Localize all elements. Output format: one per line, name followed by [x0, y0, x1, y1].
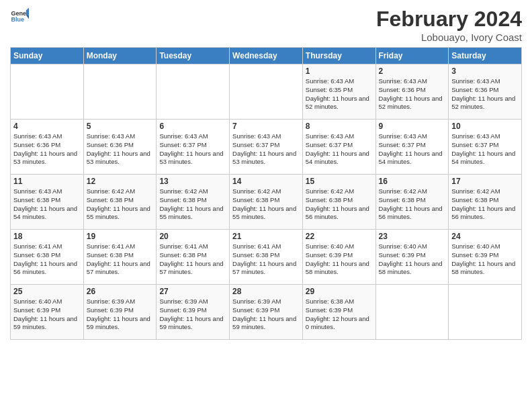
header: General Blue February 2024 Lobouayo, Ivo… [10, 7, 522, 43]
day-number: 6 [159, 122, 226, 131]
day-info: Sunrise: 6:39 AM Sunset: 6:39 PM Dayligh… [159, 298, 226, 332]
table-row: 14Sunrise: 6:42 AM Sunset: 6:38 PM Dayli… [230, 175, 303, 230]
day-number: 26 [87, 287, 154, 296]
week-row-2: 11Sunrise: 6:43 AM Sunset: 6:38 PM Dayli… [11, 175, 522, 230]
day-info: Sunrise: 6:43 AM Sunset: 6:36 PM Dayligh… [379, 77, 446, 111]
day-number: 21 [232, 232, 300, 241]
table-row [375, 285, 449, 340]
day-info: Sunrise: 6:43 AM Sunset: 6:37 PM Dayligh… [232, 132, 300, 167]
day-number: 14 [232, 177, 300, 186]
table-row: 29Sunrise: 6:38 AM Sunset: 6:39 PM Dayli… [302, 285, 375, 340]
day-info: Sunrise: 6:40 AM Sunset: 6:39 PM Dayligh… [379, 242, 446, 277]
day-number: 1 [306, 66, 373, 76]
table-row: 24Sunrise: 6:40 AM Sunset: 6:39 PM Dayli… [449, 230, 522, 285]
day-number: 5 [87, 122, 154, 131]
table-row [449, 285, 522, 340]
day-number: 8 [306, 122, 373, 131]
day-info: Sunrise: 6:39 AM Sunset: 6:39 PM Dayligh… [87, 298, 154, 332]
header-tuesday: Tuesday [157, 48, 230, 64]
svg-marker-2 [26, 7, 29, 15]
table-row: 4Sunrise: 6:43 AM Sunset: 6:36 PM Daylig… [11, 120, 84, 175]
day-number: 3 [451, 66, 519, 76]
table-row: 9Sunrise: 6:43 AM Sunset: 6:37 PM Daylig… [375, 120, 449, 175]
day-info: Sunrise: 6:43 AM Sunset: 6:37 PM Dayligh… [451, 132, 519, 167]
day-number: 13 [159, 177, 226, 186]
table-row [230, 64, 303, 120]
day-info: Sunrise: 6:43 AM Sunset: 6:36 PM Dayligh… [13, 132, 81, 167]
table-row: 6Sunrise: 6:43 AM Sunset: 6:37 PM Daylig… [157, 120, 230, 175]
table-row: 13Sunrise: 6:42 AM Sunset: 6:38 PM Dayli… [157, 175, 230, 230]
table-row: 7Sunrise: 6:43 AM Sunset: 6:37 PM Daylig… [230, 120, 303, 175]
day-number: 4 [13, 122, 81, 131]
table-row: 26Sunrise: 6:39 AM Sunset: 6:39 PM Dayli… [83, 285, 157, 340]
day-info: Sunrise: 6:38 AM Sunset: 6:39 PM Dayligh… [306, 298, 373, 332]
table-row: 8Sunrise: 6:43 AM Sunset: 6:37 PM Daylig… [302, 120, 375, 175]
table-row: 23Sunrise: 6:40 AM Sunset: 6:39 PM Dayli… [375, 230, 449, 285]
day-info: Sunrise: 6:40 AM Sunset: 6:39 PM Dayligh… [451, 242, 519, 277]
day-number: 9 [379, 122, 446, 131]
day-number: 24 [451, 232, 519, 241]
week-row-3: 18Sunrise: 6:41 AM Sunset: 6:38 PM Dayli… [11, 230, 522, 285]
day-info: Sunrise: 6:42 AM Sunset: 6:38 PM Dayligh… [306, 187, 373, 222]
day-info: Sunrise: 6:41 AM Sunset: 6:38 PM Dayligh… [159, 242, 226, 277]
day-number: 29 [306, 287, 373, 296]
day-info: Sunrise: 6:40 AM Sunset: 6:39 PM Dayligh… [13, 298, 81, 332]
calendar-subtitle: Lobouayo, Ivory Coast [376, 32, 522, 43]
header-monday: Monday [83, 48, 157, 64]
table-row: 16Sunrise: 6:42 AM Sunset: 6:38 PM Dayli… [375, 175, 449, 230]
table-row: 3Sunrise: 6:43 AM Sunset: 6:36 PM Daylig… [449, 64, 522, 120]
day-info: Sunrise: 6:43 AM Sunset: 6:35 PM Dayligh… [306, 77, 373, 111]
day-info: Sunrise: 6:43 AM Sunset: 6:37 PM Dayligh… [379, 132, 446, 167]
day-info: Sunrise: 6:39 AM Sunset: 6:39 PM Dayligh… [232, 298, 300, 332]
week-row-4: 25Sunrise: 6:40 AM Sunset: 6:39 PM Dayli… [11, 285, 522, 340]
header-wednesday: Wednesday [230, 48, 303, 64]
day-info: Sunrise: 6:42 AM Sunset: 6:38 PM Dayligh… [379, 187, 446, 222]
day-info: Sunrise: 6:42 AM Sunset: 6:38 PM Dayligh… [232, 187, 300, 222]
table-row [11, 64, 84, 120]
day-number: 12 [87, 177, 154, 186]
day-info: Sunrise: 6:40 AM Sunset: 6:39 PM Dayligh… [306, 242, 373, 277]
table-row: 27Sunrise: 6:39 AM Sunset: 6:39 PM Dayli… [157, 285, 230, 340]
day-number: 7 [232, 122, 300, 131]
week-row-0: 1Sunrise: 6:43 AM Sunset: 6:35 PM Daylig… [11, 64, 522, 120]
table-row: 12Sunrise: 6:42 AM Sunset: 6:38 PM Dayli… [83, 175, 157, 230]
week-row-1: 4Sunrise: 6:43 AM Sunset: 6:36 PM Daylig… [11, 120, 522, 175]
day-number: 28 [232, 287, 300, 296]
page: General Blue February 2024 Lobouayo, Ivo… [0, 0, 532, 411]
day-number: 11 [13, 177, 81, 186]
day-number: 20 [159, 232, 226, 241]
table-row: 20Sunrise: 6:41 AM Sunset: 6:38 PM Dayli… [157, 230, 230, 285]
table-row: 18Sunrise: 6:41 AM Sunset: 6:38 PM Dayli… [11, 230, 84, 285]
table-row [157, 64, 230, 120]
day-info: Sunrise: 6:41 AM Sunset: 6:38 PM Dayligh… [13, 242, 81, 277]
day-number: 19 [87, 232, 154, 241]
table-row: 1Sunrise: 6:43 AM Sunset: 6:35 PM Daylig… [302, 64, 375, 120]
svg-text:Blue: Blue [11, 16, 24, 23]
day-number: 22 [306, 232, 373, 241]
weekday-header-row: Sunday Monday Tuesday Wednesday Thursday… [11, 48, 522, 64]
day-number: 2 [379, 66, 446, 76]
day-number: 27 [159, 287, 226, 296]
header-sunday: Sunday [11, 48, 84, 64]
table-row: 21Sunrise: 6:41 AM Sunset: 6:38 PM Dayli… [230, 230, 303, 285]
table-row: 28Sunrise: 6:39 AM Sunset: 6:39 PM Dayli… [230, 285, 303, 340]
day-info: Sunrise: 6:41 AM Sunset: 6:38 PM Dayligh… [232, 242, 300, 277]
table-row: 15Sunrise: 6:42 AM Sunset: 6:38 PM Dayli… [302, 175, 375, 230]
day-number: 25 [13, 287, 81, 296]
day-number: 15 [306, 177, 373, 186]
day-info: Sunrise: 6:42 AM Sunset: 6:38 PM Dayligh… [451, 187, 519, 222]
day-info: Sunrise: 6:43 AM Sunset: 6:36 PM Dayligh… [451, 77, 519, 111]
day-number: 16 [379, 177, 446, 186]
table-row [83, 64, 157, 120]
day-number: 10 [451, 122, 519, 131]
day-info: Sunrise: 6:42 AM Sunset: 6:38 PM Dayligh… [159, 187, 226, 222]
title-block: February 2024 Lobouayo, Ivory Coast [376, 7, 522, 43]
header-saturday: Saturday [449, 48, 522, 64]
table-row: 22Sunrise: 6:40 AM Sunset: 6:39 PM Dayli… [302, 230, 375, 285]
day-number: 18 [13, 232, 81, 241]
day-info: Sunrise: 6:43 AM Sunset: 6:37 PM Dayligh… [306, 132, 373, 167]
day-number: 17 [451, 177, 519, 186]
day-info: Sunrise: 6:42 AM Sunset: 6:38 PM Dayligh… [87, 187, 154, 222]
table-row: 19Sunrise: 6:41 AM Sunset: 6:38 PM Dayli… [83, 230, 157, 285]
day-info: Sunrise: 6:43 AM Sunset: 6:37 PM Dayligh… [159, 132, 226, 167]
